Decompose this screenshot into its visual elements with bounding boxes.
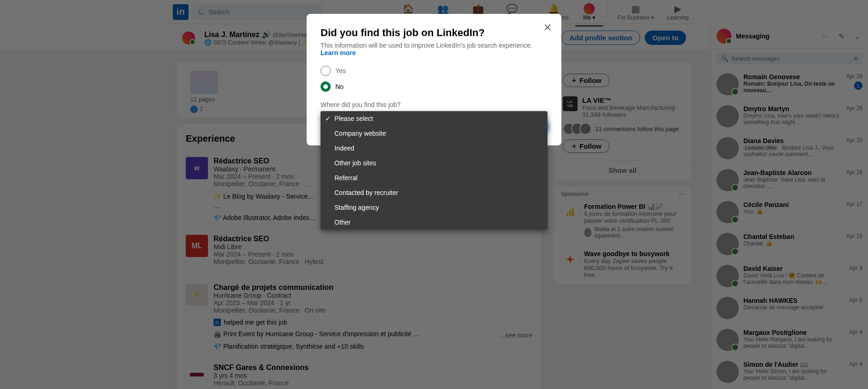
radio-icon	[321, 66, 331, 76]
question-label: Where did you find this job?	[321, 101, 547, 108]
radio-option-yes[interactable]: Yes	[321, 66, 547, 76]
modal-sub-text: This information will be used to improve…	[321, 42, 532, 49]
job-found-modal: ✕ Did you find this job on LinkedIn? Thi…	[307, 14, 561, 145]
dropdown-option[interactable]: Company website	[321, 126, 547, 141]
dropdown-option[interactable]: Indeed	[321, 141, 547, 156]
radio-option-no[interactable]: No	[321, 82, 547, 92]
radio-icon-checked	[321, 82, 331, 92]
radio-label: Yes	[335, 67, 346, 75]
dropdown-option[interactable]: Please select	[321, 111, 547, 126]
close-icon: ✕	[543, 22, 552, 34]
dropdown-wrapper: Please selectCompany websiteIndeedOther …	[321, 111, 547, 127]
modal-subtitle: This information will be used to improve…	[321, 42, 547, 56]
dropdown-option[interactable]: Other job sites	[321, 156, 547, 170]
radio-label: No	[335, 83, 344, 90]
close-button[interactable]: ✕	[540, 20, 555, 35]
dropdown-option[interactable]: Referral	[321, 170, 547, 185]
learn-more-link[interactable]: Learn more	[321, 49, 356, 56]
dropdown-option[interactable]: Other	[321, 215, 547, 230]
dropdown-option[interactable]: Contacted by recruiter	[321, 185, 547, 200]
dropdown-option[interactable]: Staffing agency	[321, 200, 547, 215]
dropdown-menu: Please selectCompany websiteIndeedOther …	[321, 111, 547, 230]
modal-title: Did you find this job on LinkedIn?	[321, 27, 547, 39]
modal-overlay[interactable]: ✕ Did you find this job on LinkedIn? Thi…	[0, 0, 868, 389]
